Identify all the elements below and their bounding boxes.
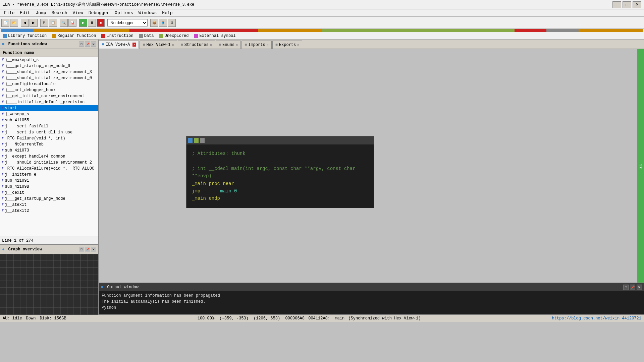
tab-export-close[interactable]: ✕	[297, 43, 299, 47]
functions-list[interactable]: fj__wmakepath_sfj___get_startup_argv_mod…	[0, 57, 98, 237]
function-name-header: Function name	[0, 49, 98, 57]
list-item[interactable]: fj___get_startup_argv_mode	[0, 196, 98, 202]
menu-debugger[interactable]: Debugger	[86, 10, 112, 16]
menu-view[interactable]: View	[70, 10, 86, 16]
tb-forward[interactable]: ▶	[30, 19, 38, 27]
output-line-2: The initial autoanalysis has been finish…	[102, 299, 641, 305]
menu-search[interactable]: Search	[49, 10, 70, 16]
menu-options[interactable]: Options	[112, 10, 136, 16]
list-item[interactable]: fsub_411091	[0, 178, 98, 184]
panel-controls: □ 📌 ✕	[79, 42, 96, 47]
tab-enum-close[interactable]: ✕	[236, 43, 238, 47]
function-name: j__get_initial_narrow_environment	[5, 94, 85, 99]
graph-overview-title: ◈ Graph overview	[2, 247, 42, 252]
list-item[interactable]: fsub_411055	[0, 117, 98, 123]
function-name: j____initialize_default_precision	[5, 100, 85, 105]
list-item[interactable]: fj__configthreadlocale	[0, 81, 98, 87]
menu-file[interactable]: File	[1, 10, 17, 16]
minimize-button[interactable]: ─	[612, 1, 621, 8]
output-text-2: The initial autoanalysis has been finish…	[102, 299, 206, 305]
list-item[interactable]: fj____scrt_fastfail	[0, 123, 98, 129]
tab-ida-view-a[interactable]: ■ IDA View-A ✕	[99, 41, 139, 49]
legend-instruction-label: Instruction	[107, 34, 133, 38]
panel-btn-pin[interactable]: 📌	[85, 42, 90, 47]
graph-btn-pin[interactable]: 📌	[85, 247, 90, 252]
tab-structures[interactable]: ■ Structures ✕	[178, 41, 215, 49]
panel-btn-close[interactable]: ✕	[91, 42, 96, 47]
list-item[interactable]: f_RTC_Failure(void *, int)	[0, 135, 98, 141]
tab-import-close[interactable]: ✕	[267, 43, 269, 47]
menu-jump[interactable]: Jump	[33, 10, 49, 16]
list-item[interactable]: f_RTC_AllocaFailure(void *, _RTC_ALLOC	[0, 166, 98, 172]
title-bar: IDA - reverse_3.exe E:\1-study\逆向\第四周\we…	[0, 0, 644, 9]
list-item[interactable]: fj___crt_debugger_hook	[0, 87, 98, 93]
list-item[interactable]: fj__atexit2	[0, 208, 98, 214]
tb-modules[interactable]: 📦	[150, 19, 158, 27]
panel-btn-restore[interactable]: □	[79, 42, 84, 47]
list-item[interactable]: fj____initialize_default_precision	[0, 99, 98, 105]
code-jmp-keyword: jmp	[192, 188, 200, 194]
tab-struct-close[interactable]: ✕	[210, 43, 212, 47]
legend-bar: Library function Regular function Instru…	[0, 32, 644, 40]
function-name: j__configthreadlocale	[5, 82, 56, 86]
graph-btn-restore[interactable]: □	[79, 247, 84, 252]
debugger-select[interactable]: No debugger	[107, 19, 148, 26]
list-item[interactable]: fj__wmakepath_s	[0, 57, 98, 63]
tb-open[interactable]: 📂	[10, 19, 18, 27]
menu-edit[interactable]: Edit	[17, 10, 33, 16]
legend-regular-label: Regular function	[57, 34, 96, 38]
tab-hex-view-1[interactable]: ■ Hex View-1 ✕	[140, 41, 177, 49]
tab-struct-label: Structures	[184, 43, 209, 47]
function-name: j__except_handler4_common	[5, 154, 65, 159]
graph-overview-header: ◈ Graph overview □ 📌 ✕	[0, 245, 98, 254]
tab-enum-icon: ■	[219, 43, 221, 47]
tb-settings[interactable]: ⚙	[168, 19, 176, 27]
title-text: IDA - reverse_3.exe E:\1-study\逆向\第四周\we…	[3, 2, 194, 7]
tab-hex-close[interactable]: ✕	[172, 43, 174, 47]
list-item[interactable]: fj___NtCurrentTeb	[0, 141, 98, 147]
list-item[interactable]: fj__except_handler4_common	[0, 154, 98, 160]
maximize-button[interactable]: □	[623, 1, 631, 8]
function-icon: f	[1, 106, 4, 110]
tb-search[interactable]: 🔍	[60, 19, 68, 27]
list-item[interactable]: fsub_41109B	[0, 184, 98, 190]
list-item[interactable]: fj____should_initialize_environment_3	[0, 69, 98, 75]
tb-new[interactable]: 📄	[1, 19, 9, 27]
close-button[interactable]: ✕	[633, 1, 641, 8]
tb-pause[interactable]: ⏸	[88, 19, 96, 27]
menu-help[interactable]: Help	[159, 10, 175, 16]
tb-paste[interactable]: 📋	[49, 19, 57, 27]
list-item[interactable]: fj_wcscpy_s	[0, 111, 98, 117]
list-item[interactable]: fsub_411073	[0, 147, 98, 154]
list-item[interactable]: fj____should_initialize_environment_2	[0, 160, 98, 166]
tb-stop[interactable]: ■	[97, 19, 105, 27]
tb-copy[interactable]: ⎘	[40, 19, 48, 27]
colormap-inner	[1, 29, 643, 32]
list-item[interactable]: fj____scrt_is_ucrt_dll_in_use	[0, 129, 98, 135]
menu-windows[interactable]: Windows	[136, 10, 160, 16]
list-item[interactable]: fj__get_initial_narrow_environment	[0, 93, 98, 99]
list-item[interactable]: fj__initterm_e	[0, 172, 98, 178]
list-item[interactable]: fj___get_startup_argv_mode_0	[0, 63, 98, 69]
tb-graph[interactable]: 📊	[68, 19, 76, 27]
list-item[interactable]: fj____should_initialize_environment_0	[0, 75, 98, 81]
tab-ida-close[interactable]: ✕	[132, 43, 136, 47]
legend-external: External symbol	[194, 34, 235, 38]
tb-back[interactable]: ◀	[21, 19, 29, 27]
list-item[interactable]: fstart	[0, 105, 98, 111]
tb-run[interactable]: ▶	[79, 19, 87, 27]
tab-enums[interactable]: ■ Enums ✕	[216, 41, 241, 49]
menu-bar: File Edit Jump Search View Debugger Opti…	[0, 9, 644, 17]
output-btn-close[interactable]: ✕	[637, 285, 642, 290]
function-icon: f	[1, 58, 4, 62]
tb-threads[interactable]: 🧵	[159, 19, 167, 27]
output-btn-1[interactable]: □	[623, 285, 629, 290]
graph-btn-close[interactable]: ✕	[91, 247, 96, 252]
tab-exports[interactable]: ■ Exports ✕	[272, 41, 303, 49]
right-scroll[interactable]: 52	[637, 49, 644, 283]
list-item[interactable]: fj__atexit	[0, 202, 98, 208]
tab-imports[interactable]: ■ Imports ✕	[241, 41, 272, 49]
output-btn-2[interactable]: 📌	[630, 285, 635, 290]
function-name: j__initterm_e	[5, 172, 37, 177]
list-item[interactable]: fj__cexit	[0, 190, 98, 196]
